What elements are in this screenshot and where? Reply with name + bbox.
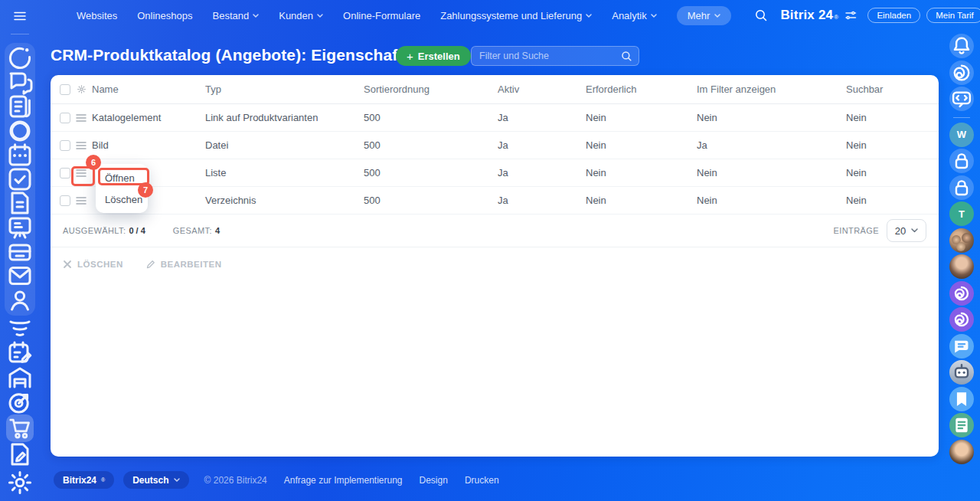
footer-language-select[interactable]: Deutsch: [123, 471, 188, 489]
invite-button[interactable]: Einladen: [867, 8, 920, 23]
table-row[interactable]: Katalogelement Link auf Produktvarianten…: [51, 104, 939, 132]
column-header-im-filter[interactable]: Im Filter anzeigen: [697, 84, 846, 95]
locked-chat-icon[interactable]: [949, 175, 974, 200]
group-chat-avatar[interactable]: [949, 228, 974, 253]
copilot-chat-icon[interactable]: [949, 281, 974, 306]
table-row[interactable]: Bild Datei 500 Ja Nein Ja Nein: [51, 132, 939, 159]
marketing-icon[interactable]: [5, 390, 35, 414]
cell-suchbar: Nein: [846, 195, 939, 206]
cell-suchbar: Nein: [846, 112, 939, 123]
tariff-sliders-icon[interactable]: [844, 9, 857, 21]
settings-gear-icon[interactable]: [5, 470, 35, 495]
footer-link-print[interactable]: Drucken: [465, 475, 499, 486]
notifications-bell-icon[interactable]: [949, 34, 974, 58]
nav-more-button[interactable]: Mehr: [677, 6, 732, 25]
select-all-checkbox[interactable]: [60, 84, 70, 95]
search-icon[interactable]: [621, 51, 632, 62]
row-checkbox[interactable]: [60, 195, 70, 206]
cell-erforderlich: Nein: [586, 195, 697, 206]
row-menu-icon[interactable]: [74, 139, 88, 152]
chat-avatar-w[interactable]: W: [949, 123, 974, 147]
my-plan-button[interactable]: Mein Tarif: [926, 8, 980, 23]
column-header-aktiv[interactable]: Aktiv: [498, 84, 586, 95]
cell-sortierordnung: 500: [364, 112, 498, 123]
chevron-down-icon: [651, 14, 657, 18]
sign-icon[interactable]: [5, 442, 35, 467]
shop-item-active[interactable]: [5, 414, 35, 442]
row-menu-icon[interactable]: [74, 194, 88, 208]
sidebar-lower-group: [5, 316, 35, 467]
bitrix24-logo[interactable]: Bitrix 24®: [780, 8, 838, 23]
copilot-chat-icon[interactable]: [949, 307, 974, 332]
locked-chat-icon[interactable]: [949, 149, 974, 173]
cell-name: Bild: [92, 139, 205, 151]
row-checkbox[interactable]: [60, 168, 70, 178]
row-menu-icon[interactable]: [74, 166, 88, 180]
chevron-down-icon: [253, 14, 259, 18]
user-chat-avatar[interactable]: [949, 440, 974, 464]
filter-search-box[interactable]: [471, 46, 639, 66]
chevron-down-icon: [911, 228, 918, 233]
user-chat-avatar[interactable]: [949, 254, 974, 279]
menu-hamburger-icon[interactable]: [12, 8, 28, 24]
footer-copyright: © 2026 Bitrix24: [204, 475, 267, 486]
footer-brand-pill[interactable]: Bitrix24®: [54, 471, 114, 489]
channel-chat-icon[interactable]: [949, 334, 974, 359]
left-sidebar: [0, 0, 40, 501]
copilot-spiral-icon[interactable]: [949, 61, 974, 85]
messenger-icon[interactable]: [949, 87, 974, 111]
sidebar-divider: [11, 34, 29, 34]
delete-action-button[interactable]: LÖSCHEN: [63, 260, 123, 269]
entries-label: EINTRÄGE: [834, 226, 879, 235]
nav-online-formulare[interactable]: Online-Formulare: [343, 10, 420, 21]
saved-bookmark-icon[interactable]: [949, 387, 974, 411]
filter-search-input[interactable]: [479, 51, 621, 61]
cell-suchbar: Nein: [846, 167, 939, 178]
grid-header-row: Name Typ Sortierordnung Aktiv Erforderli…: [51, 75, 939, 104]
active-highlight: [6, 414, 34, 442]
nav-zahlungssysteme[interactable]: Zahlungssysteme und Lieferung: [440, 10, 592, 21]
footer-link-implementation[interactable]: Anfrage zur Implementierung: [284, 475, 403, 486]
nav-kunden[interactable]: Kunden: [279, 10, 323, 21]
nav-onlineshops[interactable]: Onlineshops: [137, 10, 192, 21]
row-checkbox[interactable]: [60, 113, 70, 123]
nav-analytik[interactable]: Analytik: [612, 10, 657, 21]
row-checkbox[interactable]: [60, 140, 70, 151]
chevron-down-icon: [714, 14, 720, 18]
cell-typ: Verzeichnis: [205, 195, 364, 206]
bot-avatar[interactable]: [949, 360, 974, 385]
selected-value: 0 / 4: [129, 226, 145, 235]
total-value: 4: [215, 226, 220, 235]
table-row[interactable]: Verzeichnis 500 Ja Nein Nein Nein: [51, 187, 939, 214]
search-icon[interactable]: [754, 8, 768, 22]
cell-typ: Datei: [205, 139, 364, 151]
cell-aktiv: Ja: [498, 167, 586, 178]
column-header-erforderlich[interactable]: Erforderlich: [586, 84, 697, 95]
column-header-typ[interactable]: Typ: [205, 84, 364, 95]
topbar-right: Bitrix 24® Einladen Mein Tarif Helpdesk …: [754, 5, 980, 26]
cell-erforderlich: Nein: [586, 167, 697, 178]
column-header-name[interactable]: Name: [92, 84, 205, 95]
cart-icon: [6, 414, 34, 442]
footer-link-design[interactable]: Design: [420, 475, 448, 486]
cell-sortierordnung: 500: [364, 167, 498, 178]
column-header-suchbar[interactable]: Suchbar: [846, 84, 939, 95]
nav-bestand[interactable]: Bestand: [213, 10, 260, 21]
edit-action-button[interactable]: BEARBEITEN: [146, 260, 222, 269]
cell-aktiv: Ja: [498, 139, 586, 151]
nav-websites[interactable]: Websites: [77, 10, 117, 21]
page-size-select[interactable]: 20: [887, 219, 926, 242]
row-menu-icon[interactable]: [74, 111, 88, 125]
chat-avatar-t[interactable]: T: [949, 201, 974, 226]
table-row[interactable]: Liste 500 Ja Nein Nein Nein: [51, 159, 939, 187]
grid-settings-gear-icon[interactable]: [76, 84, 87, 95]
cell-im-filter: Ja: [697, 139, 846, 151]
page-title-row: CRM-Produktkatalog (Angebote): Eigenscha…: [51, 46, 441, 64]
top-navigation: Websites Onlineshops Bestand Kunden Onli…: [40, 0, 980, 31]
pencil-icon: [146, 260, 155, 269]
column-header-sortierordnung[interactable]: Sortierordnung: [364, 84, 498, 95]
create-button[interactable]: + Erstellen: [396, 46, 471, 66]
notes-doc-icon[interactable]: [949, 413, 974, 437]
cell-typ: Liste: [205, 167, 364, 178]
contacts-icon[interactable]: [5, 288, 35, 313]
